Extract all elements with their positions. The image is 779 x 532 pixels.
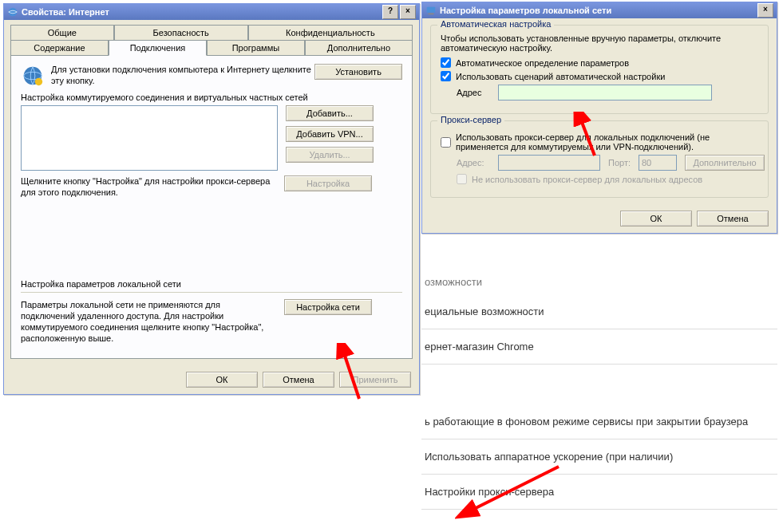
cancel-button[interactable]: Отмена (697, 211, 769, 227)
svg-point-3 (35, 78, 42, 85)
connection-settings-button[interactable]: Настройка (284, 175, 372, 191)
use-proxy-checkbox[interactable] (441, 137, 451, 148)
window-icon (7, 6, 18, 18)
add-vpn-button[interactable]: Добавить VPN... (286, 126, 374, 142)
connections-listbox[interactable] (21, 105, 278, 171)
tab-privacy[interactable]: Конфиденциальность (248, 25, 413, 40)
window-icon (425, 5, 437, 16)
proxy-address-label: Адрес: (457, 158, 492, 167)
script-address-input[interactable] (498, 85, 712, 100)
chrome-item-webstore[interactable]: ернет-магазин Chrome (421, 329, 777, 365)
proxy-advanced-button: Дополнительно (685, 155, 765, 171)
auto-detect-checkbox[interactable] (441, 57, 451, 68)
tab-advanced[interactable]: Дополнительно (305, 40, 413, 55)
auto-detect-label: Автоматическое определение параметров (456, 58, 629, 68)
tabs: Общие Безопасность Конфиденциальность Со… (4, 20, 419, 55)
titlebar[interactable]: Свойства: Интернет ? × (4, 4, 419, 20)
dial-section-label: Настройка коммутируемого соединения и ви… (21, 93, 402, 102)
lan-settings-window: Настройка параметров локальной сети × Ав… (421, 2, 777, 234)
proxy-address-input (498, 155, 600, 171)
group-title: Прокси-сервер (437, 115, 504, 124)
help-button[interactable]: ? (382, 5, 398, 19)
titlebar[interactable]: Настройка параметров локальной сети × (422, 2, 777, 18)
apply-button[interactable]: Применить (339, 372, 411, 388)
chrome-section-heading: озможности (421, 268, 777, 294)
group-title: Автоматическая настройка (437, 19, 554, 29)
proxy-group: Прокси-сервер Использовать прокси-сервер… (430, 120, 769, 198)
address-label: Адрес (457, 88, 492, 97)
dialog-buttons: ОК Отмена Применить (4, 365, 419, 394)
tab-programs[interactable]: Программы (207, 40, 305, 55)
globe-icon (21, 64, 45, 88)
tab-connections[interactable]: Подключения (109, 40, 207, 56)
bypass-local-checkbox (457, 174, 467, 184)
bypass-local-label: Не использовать прокси-сервер для локаль… (472, 175, 702, 184)
settings-hint: Щелкните кнопку "Настройка" для настройк… (21, 175, 276, 198)
window-title: Настройка параметров локальной сети (440, 6, 611, 15)
lan-section-label: Настройка параметров локальной сети (21, 279, 402, 289)
close-button[interactable]: × (400, 5, 416, 19)
remove-button[interactable]: Удалить... (286, 147, 374, 163)
tab-general[interactable]: Общие (10, 25, 114, 40)
chrome-item-background[interactable]: ь работающие в фоновом режиме сервисы пр… (421, 404, 777, 439)
tab-security[interactable]: Безопасность (114, 25, 248, 40)
install-button[interactable]: Установить (314, 64, 402, 80)
auto-config-group: Автоматическая настройка Чтобы использов… (430, 25, 769, 114)
install-text: Для установки подключения компьютера к И… (51, 64, 314, 86)
svg-rect-4 (427, 7, 436, 13)
ok-button[interactable]: ОК (186, 372, 258, 388)
chrome-item-hwaccel[interactable]: Использовать аппаратное ускорение (при н… (421, 439, 777, 475)
svg-point-0 (9, 8, 18, 17)
tab-content[interactable]: Содержание (10, 40, 109, 55)
proxy-port-label: Порт: (608, 158, 632, 167)
lan-text: Параметры локальной сети не применяются … (21, 299, 276, 344)
chrome-settings-panel: озможности ециальные возможности ернет-м… (421, 268, 777, 510)
add-button[interactable]: Добавить... (286, 105, 374, 121)
window-title: Свойства: Интернет (22, 7, 109, 17)
auto-script-checkbox[interactable] (441, 71, 451, 81)
cancel-button[interactable]: Отмена (263, 372, 334, 388)
close-button[interactable]: × (757, 3, 773, 18)
auto-script-label: Использовать сценарий автоматической нас… (456, 72, 665, 81)
dialog-buttons: ОК Отмена (422, 204, 777, 233)
tab-content-area: Для установки подключения компьютера к И… (10, 55, 413, 359)
chrome-item-accessibility[interactable]: ециальные возможности (421, 294, 777, 329)
auto-config-text: Чтобы использовать установленные вручную… (441, 33, 758, 53)
proxy-port-input (639, 155, 677, 171)
svg-rect-5 (429, 14, 434, 15)
lan-settings-button[interactable]: Настройка сети (284, 299, 372, 315)
internet-properties-window: Свойства: Интернет ? × Общие Безопасност… (3, 3, 420, 395)
use-proxy-label: Использовать прокси-сервер для локальных… (456, 132, 758, 152)
ok-button[interactable]: ОК (620, 211, 692, 227)
chrome-item-proxy[interactable]: Настройки прокси-сервера (421, 475, 777, 510)
